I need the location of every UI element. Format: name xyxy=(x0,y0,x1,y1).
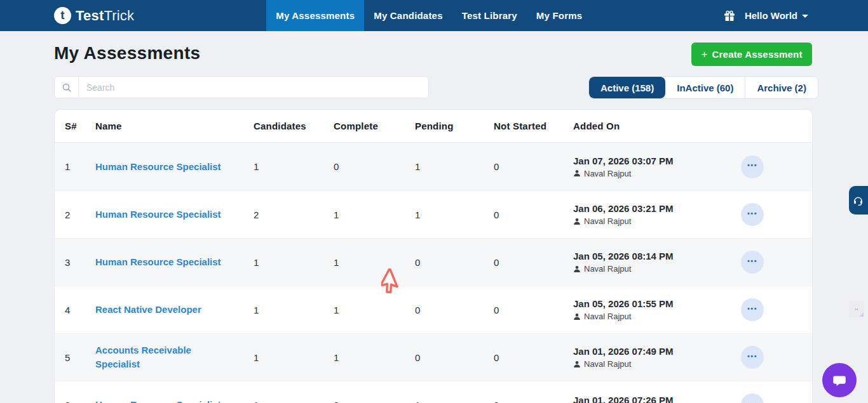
headset-icon xyxy=(853,195,864,206)
brand-logo[interactable]: t TestTrick xyxy=(54,0,134,31)
row-serial: 5 xyxy=(55,352,95,363)
person-icon xyxy=(573,265,581,273)
row-serial: 4 xyxy=(55,305,95,315)
row-serial: 2 xyxy=(55,209,95,220)
create-assessment-button[interactable]: + Create Assessment xyxy=(691,43,812,66)
row-pending: 0 xyxy=(415,257,494,268)
header-candidates: Candidates xyxy=(254,121,334,131)
row-serial: 3 xyxy=(55,257,95,268)
added-on-date: Jan 05, 2026 01:55 PM xyxy=(573,298,718,309)
nav-item-test-library[interactable]: Test Library xyxy=(452,0,527,31)
row-added-on: Jan 05, 2026 01:55 PM Naval Rajput xyxy=(573,298,718,321)
search-bar xyxy=(54,76,429,98)
table-row: 2 Human Resource Specialist 2 1 1 0 Jan … xyxy=(55,190,812,238)
row-serial: 1 xyxy=(55,161,95,172)
assessment-name-link[interactable]: Human Resource Specialist xyxy=(95,208,221,221)
plus-icon: + xyxy=(701,48,707,61)
row-serial: 6 xyxy=(55,400,95,403)
row-not-started: 0 xyxy=(494,400,573,403)
assessment-name-link[interactable]: Human Resource Specialist xyxy=(95,160,221,174)
header-complete: Complete xyxy=(334,121,415,131)
person-icon xyxy=(573,313,581,320)
tab-inactive[interactable]: InActive (60) xyxy=(665,77,745,98)
added-by-name: Naval Rajput xyxy=(584,264,631,274)
added-on-date: Jan 01, 2026 07:49 PM xyxy=(573,346,718,357)
table-header-row: S# Name Candidates Complete Pending Not … xyxy=(55,110,812,143)
added-by-name: Naval Rajput xyxy=(584,216,631,226)
nav-item-my-candidates[interactable]: My Candidates xyxy=(364,0,452,31)
person-icon xyxy=(573,218,581,225)
nav-right: Hello World xyxy=(723,0,868,31)
row-actions-button[interactable]: ••• xyxy=(741,251,764,274)
row-complete: 0 xyxy=(334,161,415,172)
ellipsis-icon: ••• xyxy=(747,353,757,360)
search-icon xyxy=(55,77,79,98)
person-icon xyxy=(573,169,581,177)
added-on-date: Jan 01, 2026 07:26 PM xyxy=(573,395,718,403)
chat-bubble-button[interactable] xyxy=(822,363,857,397)
mini-widget-glyph: ›‹ xyxy=(855,307,858,312)
row-actions-button[interactable]: ••• xyxy=(741,155,764,178)
ellipsis-icon: ••• xyxy=(747,305,757,312)
table-row: 1 Human Resource Specialist 1 0 1 0 Jan … xyxy=(55,143,812,190)
row-added-on: Jan 05, 2026 08:14 PM Naval Rajput xyxy=(573,251,718,274)
minimized-widget[interactable]: ›‹ xyxy=(849,301,864,317)
row-complete: 1 xyxy=(334,352,415,363)
row-pending: 1 xyxy=(415,209,494,220)
row-actions-button[interactable]: ••• xyxy=(741,298,764,321)
row-complete: 1 xyxy=(334,209,415,220)
row-candidates: 1 xyxy=(254,400,334,403)
tab-active[interactable]: Active (158) xyxy=(589,77,665,98)
row-added-on: Jan 06, 2026 03:21 PM Naval Rajput xyxy=(573,203,718,226)
assessment-name-link[interactable]: React Native Developer xyxy=(95,303,201,317)
ellipsis-icon: ••• xyxy=(747,210,757,217)
page-title: My Assessments xyxy=(54,43,200,63)
row-actions-button[interactable]: ••• xyxy=(741,346,764,369)
top-navbar: t TestTrick My Assessments My Candidates… xyxy=(0,0,868,31)
added-on-date: Jan 07, 2026 03:07 PM xyxy=(573,155,718,166)
added-by: Naval Rajput xyxy=(573,264,718,274)
chat-icon xyxy=(831,372,848,388)
row-complete: 1 xyxy=(334,257,415,268)
tab-archive[interactable]: Archive (2) xyxy=(745,77,818,98)
row-not-started: 0 xyxy=(494,257,573,268)
added-by: Naval Rajput xyxy=(573,359,718,369)
row-candidates: 1 xyxy=(254,257,334,268)
row-added-on: Jan 01, 2026 07:26 PM xyxy=(573,395,718,403)
assessment-name-link[interactable]: Human Resource Specialist xyxy=(95,398,221,403)
user-menu[interactable]: Hello World xyxy=(745,10,808,21)
row-not-started: 0 xyxy=(494,352,573,363)
row-actions-button[interactable]: ••• xyxy=(741,203,764,226)
added-on-date: Jan 06, 2026 03:21 PM xyxy=(573,203,718,214)
table-row: 4 React Native Developer 1 1 0 0 Jan 05,… xyxy=(55,286,812,333)
header-pending: Pending xyxy=(415,121,494,131)
nav-item-my-forms[interactable]: My Forms xyxy=(527,0,592,31)
header-name: Name xyxy=(95,121,254,131)
added-by: Naval Rajput xyxy=(573,312,718,321)
row-complete: 0 xyxy=(334,400,415,403)
added-by: Naval Rajput xyxy=(573,216,718,226)
header-serial: S# xyxy=(55,121,95,131)
row-pending: 0 xyxy=(415,305,494,315)
row-candidates: 1 xyxy=(254,352,334,363)
support-headset-button[interactable] xyxy=(849,186,868,215)
row-added-on: Jan 07, 2026 03:07 PM Naval Rajput xyxy=(573,155,718,178)
gift-icon[interactable] xyxy=(723,10,736,22)
nav-item-my-assessments[interactable]: My Assessments xyxy=(266,0,364,31)
row-not-started: 0 xyxy=(494,209,573,220)
row-pending: 1 xyxy=(415,400,494,403)
row-not-started: 0 xyxy=(494,305,573,315)
assessment-name-link[interactable]: Human Resource Specialist xyxy=(95,255,221,269)
assessment-name-link[interactable]: Accounts Receivable Specialist xyxy=(95,343,223,371)
status-tabs: Active (158) InActive (60) Archive (2) xyxy=(588,76,818,99)
row-actions-button[interactable]: ••• xyxy=(741,393,764,403)
row-candidates: 1 xyxy=(254,161,334,172)
user-name: Hello World xyxy=(745,10,797,21)
nav-menu: My Assessments My Candidates Test Librar… xyxy=(266,0,592,31)
ellipsis-icon: ••• xyxy=(747,162,757,169)
added-by-name: Naval Rajput xyxy=(584,359,631,369)
ellipsis-icon: ••• xyxy=(747,258,757,265)
chevron-down-icon xyxy=(802,15,808,18)
search-input[interactable] xyxy=(79,77,428,98)
app-screen: t TestTrick My Assessments My Candidates… xyxy=(0,0,868,403)
